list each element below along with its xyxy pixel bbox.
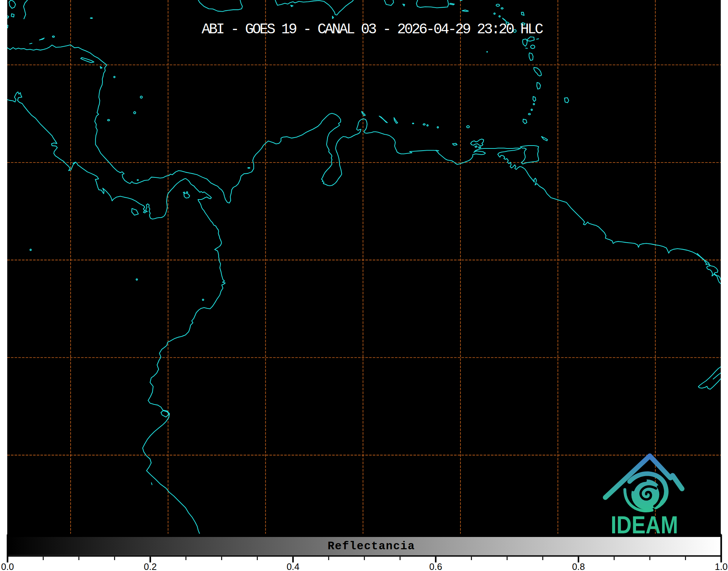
svg-text:IDEAM: IDEAM: [611, 511, 678, 538]
svg-text:0.0: 0.0: [1, 562, 14, 571]
svg-text:0.4: 0.4: [287, 562, 299, 571]
svg-text:Reflectancia: Reflectancia: [328, 540, 415, 553]
svg-text:1.0: 1.0: [715, 562, 727, 571]
svg-text:0.6: 0.6: [429, 562, 442, 571]
svg-text:0.2: 0.2: [144, 562, 156, 571]
svg-text:0.8: 0.8: [572, 562, 585, 571]
svg-text:ABI - GOES 19 - CANAL 03 - 202: ABI - GOES 19 - CANAL 03 - 2026-04-29 23…: [202, 21, 543, 38]
